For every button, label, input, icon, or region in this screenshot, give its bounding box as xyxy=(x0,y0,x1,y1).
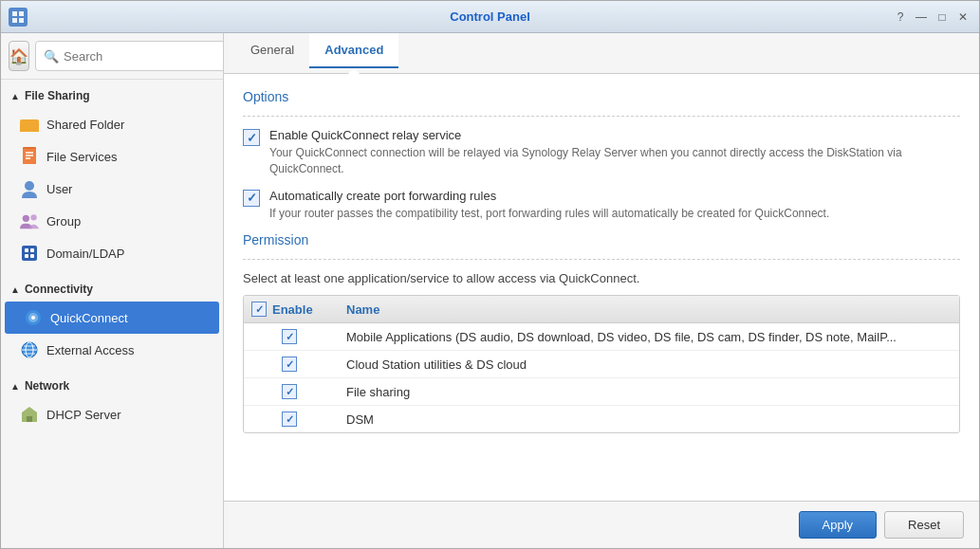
permission-section: Permission Select at least one applicati… xyxy=(243,232,960,433)
table-row: Cloud Station utilities & DS cloud xyxy=(244,351,959,378)
row-dsm-name: DSM xyxy=(346,412,952,427)
titlebar: Control Panel ? — □ ✕ xyxy=(1,1,979,33)
quickconnect-relay-label: Enable QuickConnect relay service xyxy=(269,128,960,142)
table-row: File sharing xyxy=(244,378,959,406)
file-services-icon xyxy=(20,147,39,166)
network-header[interactable]: ▲ Network xyxy=(1,374,223,398)
sidebar-item-quickconnect-label: QuickConnect xyxy=(50,311,128,325)
sidebar-item-shared-folder-label: Shared Folder xyxy=(46,118,124,132)
options-section-title: Options xyxy=(243,89,960,104)
row-mobile-apps-enable xyxy=(251,329,327,344)
enable-all-checkbox[interactable] xyxy=(251,302,267,317)
tab-advanced[interactable]: Advanced xyxy=(309,33,398,68)
minimize-button[interactable]: — xyxy=(913,9,930,26)
option-port-forwarding: Automatically create port forwarding rul… xyxy=(243,189,960,222)
quickconnect-relay-desc: Your QuickConnect connection will be rel… xyxy=(269,145,960,177)
svg-rect-27 xyxy=(27,416,32,422)
file-sharing-checkbox[interactable] xyxy=(282,384,297,399)
svg-rect-15 xyxy=(25,248,28,252)
sidebar-item-file-services[interactable]: File Services xyxy=(1,140,223,173)
reset-button[interactable]: Reset xyxy=(884,511,964,539)
sidebar-item-external-access[interactable]: External Access xyxy=(1,334,223,366)
search-icon: 🔍 xyxy=(44,49,59,64)
port-forwarding-label: Automatically create port forwarding rul… xyxy=(269,189,960,203)
sidebar-item-shared-folder[interactable]: Shared Folder xyxy=(1,108,223,140)
options-divider xyxy=(243,116,960,117)
permission-table: Enable Name Mobile Applications (DS audi… xyxy=(243,295,960,433)
svg-rect-16 xyxy=(30,248,34,252)
svg-rect-7 xyxy=(23,149,36,164)
svg-rect-1 xyxy=(19,11,24,16)
dhcp-server-icon xyxy=(20,405,39,424)
home-button[interactable]: 🏠 xyxy=(9,41,29,71)
domain-ldap-icon xyxy=(20,244,39,263)
table-row: Mobile Applications (DS audio, DS downlo… xyxy=(244,323,959,351)
file-sharing-section: ▲ File Sharing Shared Folder xyxy=(1,80,223,273)
chevron-down-icon: ▲ xyxy=(10,91,20,101)
row-dsm-enable xyxy=(251,412,327,427)
svg-rect-18 xyxy=(30,254,34,258)
sidebar-item-quickconnect[interactable]: QuickConnect xyxy=(5,302,219,334)
help-button[interactable]: ? xyxy=(892,9,909,26)
sidebar-item-group-label: Group xyxy=(46,214,81,229)
content-area: 🏠 🔍 ▲ File Sharing xyxy=(1,33,979,548)
search-input[interactable] xyxy=(64,49,223,64)
svg-point-11 xyxy=(25,181,34,191)
apply-button[interactable]: Apply xyxy=(799,511,878,539)
window-controls: ? — □ ✕ xyxy=(892,9,971,26)
shared-folder-icon xyxy=(20,115,39,134)
permission-section-title: Permission xyxy=(243,232,960,247)
enable-col-label: Enable xyxy=(272,302,313,317)
tab-general[interactable]: General xyxy=(235,33,309,74)
svg-rect-2 xyxy=(12,18,17,23)
table-header: Enable Name xyxy=(244,296,959,323)
main-panel: General Advanced Options Enable QuickCon… xyxy=(224,33,979,548)
permission-divider xyxy=(243,259,960,260)
port-forwarding-desc: If your router passes the compatibility … xyxy=(269,206,960,222)
sidebar-item-group[interactable]: Group xyxy=(1,205,223,237)
dsm-checkbox[interactable] xyxy=(282,412,297,427)
sidebar-item-domain-ldap[interactable]: Domain/LDAP xyxy=(1,237,223,269)
file-sharing-header[interactable]: ▲ File Sharing xyxy=(1,83,223,108)
cloud-station-checkbox[interactable] xyxy=(282,357,297,372)
sidebar-item-user[interactable]: User xyxy=(1,173,223,205)
row-file-sharing-enable xyxy=(251,384,327,399)
connectivity-chevron-icon: ▲ xyxy=(10,284,20,295)
window-title: Control Panel xyxy=(450,9,530,24)
svg-rect-14 xyxy=(22,246,37,261)
row-mobile-apps-name: Mobile Applications (DS audio, DS downlo… xyxy=(346,330,952,344)
titlebar-left xyxy=(9,8,28,27)
row-cloud-station-name: Cloud Station utilities & DS cloud xyxy=(346,357,952,372)
sidebar-item-user-label: User xyxy=(46,182,72,196)
row-file-sharing-name: File sharing xyxy=(346,385,952,399)
panel-footer: Apply Reset xyxy=(224,501,979,548)
svg-point-13 xyxy=(30,214,36,220)
network-chevron-icon: ▲ xyxy=(10,381,20,392)
permission-desc: Select at least one application/service … xyxy=(243,271,960,285)
svg-rect-17 xyxy=(25,254,28,258)
tab-bar: General Advanced xyxy=(224,33,979,74)
close-button[interactable]: ✕ xyxy=(954,9,971,26)
connectivity-section: ▲ Connectivity QuickConnect xyxy=(1,273,223,370)
svg-rect-0 xyxy=(12,11,17,16)
sidebar: 🏠 🔍 ▲ File Sharing xyxy=(1,33,224,548)
sidebar-item-domain-ldap-label: Domain/LDAP xyxy=(46,247,124,261)
quickconnect-relay-checkbox[interactable] xyxy=(243,129,260,146)
connectivity-header[interactable]: ▲ Connectivity xyxy=(1,277,223,302)
port-forwarding-checkbox[interactable] xyxy=(243,190,260,207)
search-box: 🔍 xyxy=(35,41,224,71)
network-section: ▲ Network DHCP Server xyxy=(1,370,223,434)
option-quickconnect-relay: Enable QuickConnect relay service Your Q… xyxy=(243,128,960,177)
sidebar-item-external-access-label: External Access xyxy=(46,343,135,357)
user-icon xyxy=(20,179,39,198)
control-panel-window: Control Panel ? — □ ✕ 🏠 🔍 ▲ File Sharing xyxy=(0,0,980,549)
name-col-label: Name xyxy=(346,302,952,317)
mobile-apps-checkbox[interactable] xyxy=(282,329,297,344)
file-sharing-section-label: File Sharing xyxy=(25,89,90,102)
connectivity-section-label: Connectivity xyxy=(25,283,93,296)
svg-rect-3 xyxy=(19,18,24,23)
maximize-button[interactable]: □ xyxy=(934,9,951,26)
sidebar-item-dhcp-server[interactable]: DHCP Server xyxy=(1,398,223,430)
sidebar-item-file-services-label: File Services xyxy=(46,150,117,164)
panel-content: Options Enable QuickConnect relay servic… xyxy=(224,74,979,501)
